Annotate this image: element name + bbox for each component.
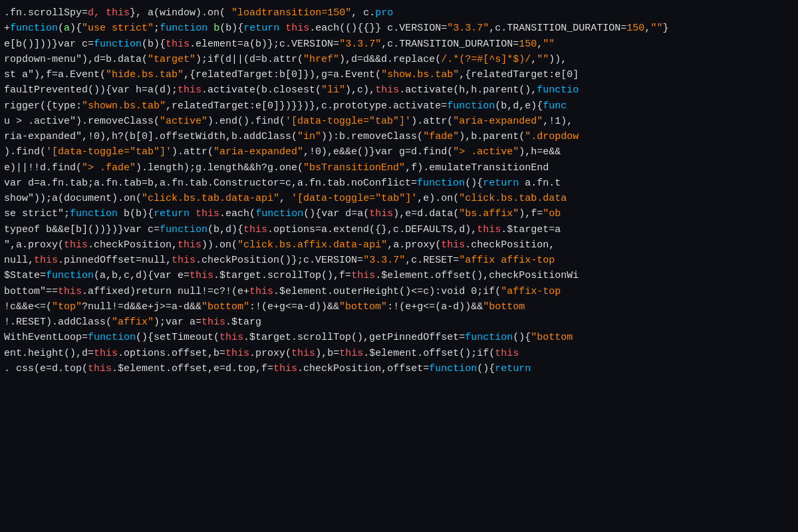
code-line: $State=function(a,b,c,d){var e=this.$tar… xyxy=(0,268,798,283)
code-line: st a"),f=a.Event("hide.bs.tab",{relatedT… xyxy=(0,67,798,82)
code-line: ",a.proxy(this.checkPosition,this)).on("… xyxy=(0,237,798,253)
code-line: show"));a(document).on("click.bs.tab.dat… xyxy=(0,191,798,206)
code-line: ).find('[data-toggle="tab"]').attr("aria… xyxy=(0,144,798,160)
code-line: var d=a.fn.tab;a.fn.tab=b,a.fn.tab.Const… xyxy=(0,176,798,191)
code-line: typeof b&&e[b]())})}var c=function(b,d){… xyxy=(0,222,798,237)
code-line: +function(a){"use strict";function b(b){… xyxy=(0,21,798,36)
code-line: ria-expanded",!0),h?(b[0].offsetWidth,b.… xyxy=(0,129,798,144)
code-line: .fn.scrollSpy=d, this}, a(window).on( "l… xyxy=(0,5,798,21)
code-line: . css(e=d.top(this.$element.offset,e=d.t… xyxy=(0,361,798,376)
code-line: faultPrevented()){var h=a(d);this.activa… xyxy=(0,82,798,98)
code-line: WithEventLoop=function(){setTimeout(this… xyxy=(0,330,798,345)
code-line: !.RESET).addClass("affix");var a=this.$t… xyxy=(0,315,798,330)
code-line: u > .active").removeClass("active").end(… xyxy=(0,114,798,129)
code-line: e[b()]))}var c=function(b){this.element=… xyxy=(0,37,798,52)
code-display: .fn.scrollSpy=d, this}, a(window).on( "l… xyxy=(0,0,798,532)
code-line: se strict";function b(b){return this.eac… xyxy=(0,206,798,221)
code-line: bottom"==this.affixed)return null!=c?!(e… xyxy=(0,284,798,299)
code-line: e)||!!d.find("> .fade").length);g.length… xyxy=(0,160,798,176)
code-line: !c&&e<=("top"?null!=d&&e+j>=a-d&&"bottom… xyxy=(0,299,798,315)
code-line: ent.height(),d=this.options.offset,b=thi… xyxy=(0,346,798,361)
code-line: rigger({type:"shown.bs.tab",relatedTarge… xyxy=(0,98,798,114)
code-line: null,this.pinnedOffset=null,this.checkPo… xyxy=(0,253,798,268)
code-line: ropdown-menu"),d=b.data("target");if(d||… xyxy=(0,52,798,67)
